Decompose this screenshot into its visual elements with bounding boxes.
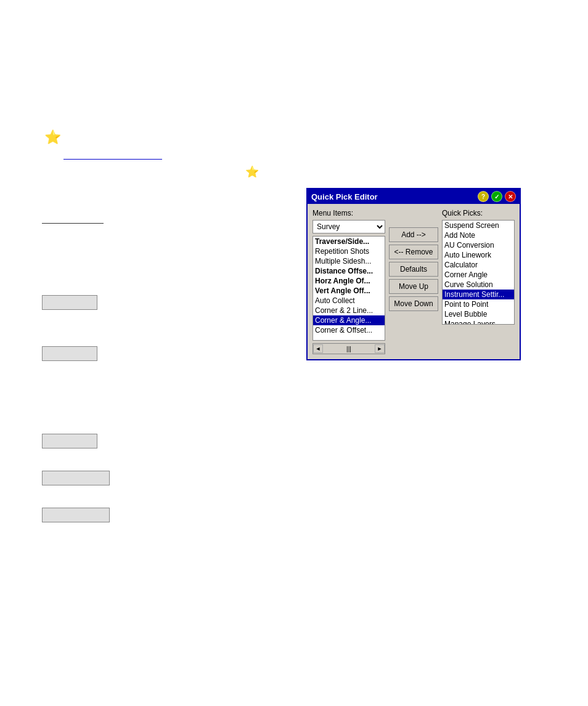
titlebar-buttons: ? ✓ ✕: [478, 191, 516, 202]
menu-items-label: Menu Items:: [312, 209, 385, 217]
survey-dropdown[interactable]: Survey: [312, 220, 385, 233]
menu-items-list[interactable]: Traverse/Side... Repetition Shots Multip…: [312, 236, 385, 341]
add-button[interactable]: Add -->: [389, 227, 438, 242]
close-button[interactable]: ✕: [505, 191, 516, 202]
list-item[interactable]: Repetition Shots: [313, 246, 385, 256]
nav-right-button[interactable]: ►: [375, 344, 385, 353]
nav-left-button[interactable]: ◄: [313, 344, 323, 353]
left-button-5[interactable]: [42, 508, 110, 522]
left-button-2[interactable]: [42, 346, 97, 361]
list-item[interactable]: Multiple Sidesh...: [313, 256, 385, 266]
list-item[interactable]: Corner & 2 Line...: [313, 306, 385, 315]
list-item[interactable]: Corner Angle: [443, 270, 514, 280]
ok-button[interactable]: ✓: [491, 191, 502, 202]
list-item[interactable]: Vert Angle Off...: [313, 286, 385, 296]
left-button-1[interactable]: [42, 295, 97, 310]
dialog-title: Quick Pick Editor: [311, 192, 378, 201]
list-item[interactable]: Auto Collect: [313, 296, 385, 306]
nav-scroll-bar: |||: [324, 346, 374, 352]
middle-buttons: Add --> <-- Remove Defaults Move Up Move…: [389, 209, 438, 311]
list-item[interactable]: Curve Solution: [443, 280, 514, 290]
left-button-4[interactable]: [42, 471, 110, 485]
underline-decoration-2: [42, 223, 104, 224]
dialog-body: Menu Items: Survey Traverse/Side... Repe…: [308, 204, 520, 359]
list-item-instrument-selected[interactable]: Instrument Settir...: [443, 290, 514, 299]
list-item[interactable]: Calculator: [443, 260, 514, 270]
right-panel: Quick Picks: Suspend Screen Add Note AU …: [442, 209, 515, 325]
dialog-titlebar: Quick Pick Editor ? ✓ ✕: [308, 189, 520, 204]
remove-button[interactable]: <-- Remove: [389, 245, 438, 259]
list-item[interactable]: Auto Linework: [443, 250, 514, 260]
list-item[interactable]: Horz Angle Of...: [313, 276, 385, 286]
list-item[interactable]: Suspend Screen: [443, 221, 514, 230]
quick-picks-list[interactable]: Suspend Screen Add Note AU Conversion Au…: [442, 220, 515, 325]
left-panel: Menu Items: Survey Traverse/Side... Repe…: [312, 209, 385, 354]
list-item[interactable]: Traverse/Side...: [313, 237, 385, 246]
star-icon-2: ⭐: [245, 165, 259, 179]
list-item[interactable]: Corner & Offset...: [313, 325, 385, 335]
dialog-columns: Menu Items: Survey Traverse/Side... Repe…: [312, 209, 515, 354]
quick-picks-label: Quick Picks:: [442, 209, 515, 217]
move-down-button[interactable]: Move Down: [389, 296, 438, 311]
list-item[interactable]: AU Conversion: [443, 240, 514, 250]
list-item-corner-angle-selected[interactable]: Corner & Angle...: [313, 315, 385, 325]
quick-pick-editor-dialog: Quick Pick Editor ? ✓ ✕ Menu Items: Surv…: [306, 188, 521, 360]
list-nav-bar: ◄ ||| ►: [312, 343, 385, 354]
list-item[interactable]: Distance Offse...: [313, 266, 385, 276]
list-item[interactable]: Manage Layers: [443, 319, 514, 325]
list-item[interactable]: Add Note: [443, 230, 514, 240]
underline-decoration-1: [63, 159, 162, 160]
left-button-3[interactable]: [42, 434, 97, 448]
star-icon-1: ⭐: [44, 129, 61, 145]
list-item[interactable]: Level Bubble: [443, 309, 514, 319]
move-up-button[interactable]: Move Up: [389, 279, 438, 294]
defaults-button[interactable]: Defaults: [389, 262, 438, 277]
help-button[interactable]: ?: [478, 191, 489, 202]
list-item[interactable]: Point to Point: [443, 299, 514, 309]
